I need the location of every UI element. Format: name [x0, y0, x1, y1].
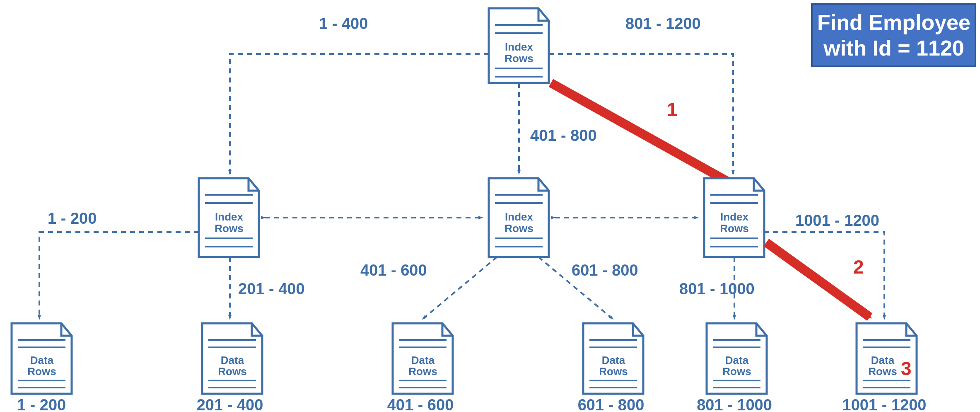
mid-center-node: Index Rows [489, 178, 549, 257]
leaf-3: Data Rows [393, 323, 453, 394]
svg-text:Rows: Rows [27, 365, 56, 378]
root-node-label2: Rows [504, 52, 533, 65]
leaf2-range: 201 - 400 [197, 396, 263, 412]
leaf3-range: 401 - 600 [387, 396, 454, 412]
svg-text:Rows: Rows [868, 365, 897, 378]
svg-text:Data: Data [602, 354, 625, 366]
svg-text:Rows: Rows [408, 365, 437, 378]
red-arrow-2 [766, 242, 870, 317]
svg-text:Index: Index [720, 211, 748, 223]
root-node-label1: Index [505, 41, 533, 53]
range-ml-right: 201 - 400 [238, 280, 305, 298]
step-label-3: 3 [901, 358, 912, 379]
root-node: Index Rows [489, 8, 549, 83]
btree-diagram: Find Employee with Id = 1120 Index Rows … [0, 0, 980, 412]
svg-text:Index: Index [215, 211, 243, 223]
svg-text:Rows: Rows [720, 222, 748, 235]
range-root-left: 1 - 400 [319, 15, 368, 32]
edge-mc-left [422, 257, 497, 319]
edge-root-left [230, 54, 489, 174]
range-ml-left: 1 - 200 [48, 210, 97, 227]
range-root-mid: 401 - 800 [530, 127, 597, 144]
edge-mr-right [764, 232, 884, 319]
svg-text:Rows: Rows [215, 222, 243, 235]
svg-text:Rows: Rows [599, 365, 628, 378]
range-mr-right: 1001 - 1200 [795, 212, 879, 229]
svg-text:Data: Data [725, 354, 749, 366]
leaf1-range: 1 - 200 [17, 396, 66, 412]
step-label-2: 2 [853, 256, 864, 278]
mid-right-node: Index Rows [704, 178, 764, 257]
leaf-5: Data Rows [707, 323, 767, 394]
leaf-1: Data Rows [12, 323, 72, 394]
edge-ml-left [39, 232, 199, 319]
svg-text:Rows: Rows [722, 365, 751, 378]
leaf6-range: 1001 - 1200 [842, 396, 927, 412]
svg-text:Rows: Rows [504, 222, 533, 235]
mid-left-node: Index Rows [199, 178, 259, 257]
banner-line1: Find Employee [817, 10, 970, 34]
leaf5-range: 801 - 1000 [697, 396, 772, 412]
svg-text:Data: Data [30, 354, 54, 366]
query-banner: Find Employee with Id = 1120 [812, 4, 975, 66]
leaf4-range: 601 - 800 [578, 396, 644, 412]
leaf-2: Data Rows [202, 323, 262, 394]
svg-text:Data: Data [221, 354, 244, 366]
edge-root-right [549, 54, 733, 174]
range-mc-right: 601 - 800 [572, 262, 638, 279]
range-mr-left: 801 - 1000 [679, 280, 755, 298]
svg-text:Data: Data [411, 354, 435, 366]
step-label-1: 1 [667, 99, 678, 120]
leaf-4: Data Rows [583, 323, 643, 394]
svg-text:Rows: Rows [218, 365, 246, 378]
svg-text:Data: Data [871, 354, 895, 366]
banner-line2: with Id = 1120 [823, 36, 964, 60]
range-mc-left: 401 - 600 [360, 262, 427, 279]
range-root-right: 801 - 1200 [625, 15, 701, 32]
svg-text:Index: Index [505, 211, 533, 223]
